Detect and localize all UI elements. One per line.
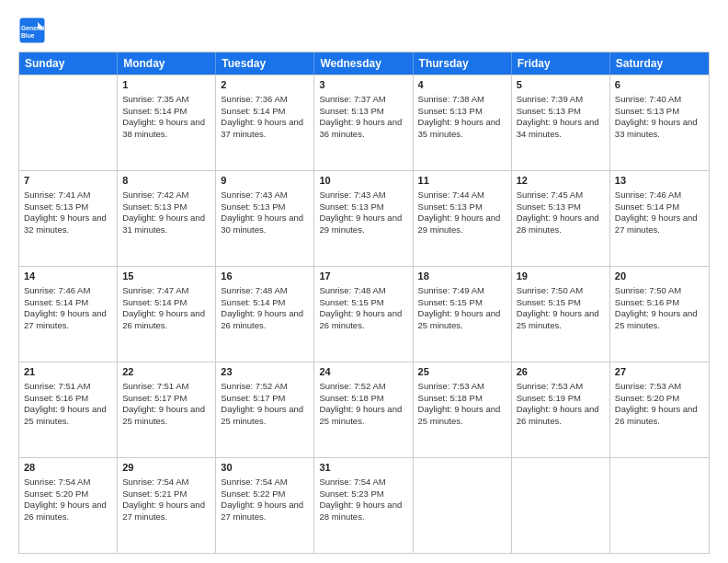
cal-cell: 15Sunrise: 7:47 AMSunset: 5:14 PMDayligh… bbox=[118, 267, 216, 362]
daylight-text: Daylight: 9 hours and 34 minutes. bbox=[517, 117, 605, 141]
week-row-1: 1Sunrise: 7:35 AMSunset: 5:14 PMDaylight… bbox=[19, 75, 709, 170]
cal-cell: 23Sunrise: 7:52 AMSunset: 5:17 PMDayligh… bbox=[216, 362, 314, 457]
day-header-wednesday: Wednesday bbox=[314, 52, 413, 75]
sunset-text: Sunset: 5:19 PM bbox=[517, 393, 605, 405]
calendar: SundayMondayTuesdayWednesdayThursdayFrid… bbox=[18, 52, 710, 554]
sunrise-text: Sunrise: 7:49 AM bbox=[418, 285, 506, 297]
day-number: 9 bbox=[221, 174, 309, 188]
sunset-text: Sunset: 5:16 PM bbox=[24, 393, 112, 405]
sunrise-text: Sunrise: 7:46 AM bbox=[24, 285, 112, 297]
daylight-text: Daylight: 9 hours and 35 minutes. bbox=[418, 117, 506, 141]
week-row-5: 28Sunrise: 7:54 AMSunset: 5:20 PMDayligh… bbox=[19, 457, 709, 553]
sunrise-text: Sunrise: 7:54 AM bbox=[24, 477, 112, 488]
day-number: 2 bbox=[221, 78, 309, 92]
day-number: 20 bbox=[615, 270, 704, 283]
daylight-text: Daylight: 9 hours and 33 minutes. bbox=[615, 117, 704, 141]
cal-cell: 5Sunrise: 7:39 AMSunset: 5:13 PMDaylight… bbox=[512, 75, 610, 170]
daylight-text: Daylight: 9 hours and 31 minutes. bbox=[122, 213, 210, 236]
sunrise-text: Sunrise: 7:50 AM bbox=[615, 285, 704, 297]
sunset-text: Sunset: 5:14 PM bbox=[24, 297, 112, 309]
cal-cell: 16Sunrise: 7:48 AMSunset: 5:14 PMDayligh… bbox=[216, 267, 314, 362]
day-number: 18 bbox=[418, 270, 506, 283]
day-header-sunday: Sunday bbox=[19, 52, 118, 75]
day-number: 12 bbox=[517, 174, 605, 188]
sunset-text: Sunset: 5:15 PM bbox=[517, 297, 605, 309]
daylight-text: Daylight: 9 hours and 26 minutes. bbox=[615, 404, 704, 428]
sunrise-text: Sunrise: 7:38 AM bbox=[418, 94, 506, 106]
sunset-text: Sunset: 5:16 PM bbox=[615, 297, 704, 309]
sunrise-text: Sunrise: 7:53 AM bbox=[517, 381, 605, 393]
page: General Blue SundayMondayTuesdayWednesda… bbox=[0, 0, 728, 563]
sunrise-text: Sunrise: 7:39 AM bbox=[517, 94, 605, 106]
day-number: 17 bbox=[319, 270, 407, 283]
sunset-text: Sunset: 5:23 PM bbox=[319, 488, 407, 500]
sunset-text: Sunset: 5:14 PM bbox=[221, 106, 309, 118]
sunset-text: Sunset: 5:20 PM bbox=[24, 488, 112, 500]
day-number: 19 bbox=[517, 270, 605, 283]
sunrise-text: Sunrise: 7:53 AM bbox=[418, 381, 506, 393]
day-number: 14 bbox=[24, 270, 112, 283]
sunrise-text: Sunrise: 7:54 AM bbox=[319, 477, 407, 488]
sunrise-text: Sunrise: 7:47 AM bbox=[122, 285, 210, 297]
week-row-4: 21Sunrise: 7:51 AMSunset: 5:16 PMDayligh… bbox=[19, 362, 709, 457]
sunrise-text: Sunrise: 7:52 AM bbox=[221, 381, 309, 393]
day-number: 6 bbox=[615, 78, 704, 92]
sunset-text: Sunset: 5:13 PM bbox=[319, 106, 407, 118]
daylight-text: Daylight: 9 hours and 36 minutes. bbox=[319, 117, 407, 141]
calendar-body: 1Sunrise: 7:35 AMSunset: 5:14 PMDaylight… bbox=[19, 75, 709, 553]
day-number: 5 bbox=[517, 78, 605, 92]
sunset-text: Sunset: 5:14 PM bbox=[122, 106, 210, 118]
cal-cell: 25Sunrise: 7:53 AMSunset: 5:18 PMDayligh… bbox=[414, 362, 512, 457]
sunrise-text: Sunrise: 7:42 AM bbox=[122, 190, 210, 201]
sunset-text: Sunset: 5:17 PM bbox=[221, 393, 309, 405]
cal-cell: 28Sunrise: 7:54 AMSunset: 5:20 PMDayligh… bbox=[19, 458, 118, 553]
sunrise-text: Sunrise: 7:54 AM bbox=[221, 477, 309, 488]
sunset-text: Sunset: 5:14 PM bbox=[221, 297, 309, 309]
daylight-text: Daylight: 9 hours and 32 minutes. bbox=[24, 213, 112, 236]
day-header-tuesday: Tuesday bbox=[216, 52, 314, 75]
sunrise-text: Sunrise: 7:48 AM bbox=[221, 285, 309, 297]
cal-cell: 8Sunrise: 7:42 AMSunset: 5:13 PMDaylight… bbox=[118, 171, 216, 266]
sunset-text: Sunset: 5:13 PM bbox=[517, 201, 605, 213]
sunset-text: Sunset: 5:13 PM bbox=[24, 201, 112, 213]
cal-cell: 14Sunrise: 7:46 AMSunset: 5:14 PMDayligh… bbox=[19, 267, 118, 362]
sunset-text: Sunset: 5:15 PM bbox=[319, 297, 407, 309]
cal-cell: 9Sunrise: 7:43 AMSunset: 5:13 PMDaylight… bbox=[216, 171, 314, 266]
cal-cell: 30Sunrise: 7:54 AMSunset: 5:22 PMDayligh… bbox=[216, 458, 314, 553]
cal-cell: 26Sunrise: 7:53 AMSunset: 5:19 PMDayligh… bbox=[512, 362, 610, 457]
sunrise-text: Sunrise: 7:36 AM bbox=[221, 94, 309, 106]
cal-cell: 12Sunrise: 7:45 AMSunset: 5:13 PMDayligh… bbox=[512, 171, 610, 266]
sunrise-text: Sunrise: 7:43 AM bbox=[319, 190, 407, 201]
daylight-text: Daylight: 9 hours and 25 minutes. bbox=[615, 308, 704, 332]
daylight-text: Daylight: 9 hours and 25 minutes. bbox=[122, 404, 210, 428]
day-number: 23 bbox=[221, 365, 309, 379]
cal-cell: 31Sunrise: 7:54 AMSunset: 5:23 PMDayligh… bbox=[314, 458, 413, 553]
day-number: 25 bbox=[418, 365, 506, 379]
daylight-text: Daylight: 9 hours and 26 minutes. bbox=[517, 404, 605, 428]
daylight-text: Daylight: 9 hours and 29 minutes. bbox=[319, 213, 407, 236]
sunset-text: Sunset: 5:13 PM bbox=[517, 106, 605, 118]
day-number: 4 bbox=[418, 78, 506, 92]
sunset-text: Sunset: 5:13 PM bbox=[418, 106, 506, 118]
daylight-text: Daylight: 9 hours and 28 minutes. bbox=[517, 213, 605, 236]
calendar-header: SundayMondayTuesdayWednesdayThursdayFrid… bbox=[19, 52, 709, 75]
sunrise-text: Sunrise: 7:48 AM bbox=[319, 285, 407, 297]
daylight-text: Daylight: 9 hours and 27 minutes. bbox=[122, 500, 210, 523]
week-row-2: 7Sunrise: 7:41 AMSunset: 5:13 PMDaylight… bbox=[19, 170, 709, 266]
day-number: 1 bbox=[122, 78, 210, 92]
daylight-text: Daylight: 9 hours and 25 minutes. bbox=[319, 404, 407, 428]
sunset-text: Sunset: 5:21 PM bbox=[122, 488, 210, 500]
sunset-text: Sunset: 5:18 PM bbox=[319, 393, 407, 405]
svg-text:Blue: Blue bbox=[21, 32, 35, 39]
cal-cell: 24Sunrise: 7:52 AMSunset: 5:18 PMDayligh… bbox=[314, 362, 413, 457]
day-header-friday: Friday bbox=[512, 52, 610, 75]
daylight-text: Daylight: 9 hours and 27 minutes. bbox=[24, 308, 112, 332]
day-header-thursday: Thursday bbox=[414, 52, 512, 75]
logo: General Blue bbox=[18, 17, 46, 44]
day-number: 10 bbox=[319, 174, 407, 188]
daylight-text: Daylight: 9 hours and 37 minutes. bbox=[221, 117, 309, 141]
cal-cell bbox=[414, 458, 512, 553]
sunrise-text: Sunrise: 7:44 AM bbox=[418, 190, 506, 201]
cal-cell: 4Sunrise: 7:38 AMSunset: 5:13 PMDaylight… bbox=[414, 75, 512, 170]
sunrise-text: Sunrise: 7:51 AM bbox=[122, 381, 210, 393]
